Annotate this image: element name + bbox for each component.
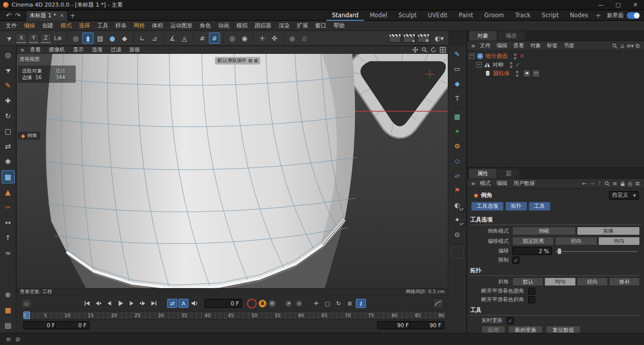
sound-icon[interactable] bbox=[190, 299, 200, 308]
om-search-icon[interactable] bbox=[611, 42, 619, 50]
simulation-sphere-icon[interactable]: ● bbox=[287, 33, 298, 44]
character-tool-icon[interactable]: ∡ bbox=[167, 33, 178, 44]
layout-tab-model[interactable]: Model bbox=[364, 10, 393, 21]
range-start-field-2[interactable]: 0 F bbox=[55, 321, 89, 329]
am-search-icon[interactable] bbox=[603, 180, 611, 187]
tracker-flag-icon[interactable]: ⚑ bbox=[451, 184, 464, 197]
visibility-dots[interactable] bbox=[516, 70, 518, 77]
record-target-icon[interactable]: ◎ bbox=[295, 299, 303, 308]
close-button[interactable]: ✕ bbox=[627, 0, 644, 10]
om-popout-icon[interactable]: ⧉ bbox=[634, 42, 641, 50]
viewport-menu-filter[interactable]: 过滤 bbox=[107, 46, 126, 53]
menu-edit[interactable]: 编辑 bbox=[20, 22, 39, 29]
viewport-menu-cameras[interactable]: 摄像机 bbox=[45, 46, 69, 53]
offset-slider[interactable] bbox=[555, 248, 638, 255]
menu-mograph[interactable]: 运动图形 bbox=[167, 22, 196, 29]
scene-nodes-st-icon[interactable]: ✦ST bbox=[451, 213, 464, 226]
tab-attributes[interactable]: 属性 bbox=[469, 169, 497, 178]
tab-topology[interactable]: 拓扑 bbox=[505, 202, 527, 211]
move-tool-icon[interactable]: ✚ bbox=[2, 94, 15, 107]
workplane-icon[interactable]: ∟ bbox=[137, 33, 148, 44]
am-panel-menu-icon[interactable]: ≡ bbox=[470, 179, 477, 188]
am-up-icon[interactable]: ↑ bbox=[596, 180, 603, 187]
z-axis-lock-button[interactable]: Z bbox=[40, 33, 51, 43]
menu-simulate[interactable]: 模拟 bbox=[233, 22, 251, 29]
viewport-menu-options[interactable]: 选项 bbox=[88, 46, 107, 53]
zoom-view-icon[interactable] bbox=[421, 47, 427, 53]
status-menu-icon[interactable]: ≡ bbox=[4, 335, 13, 344]
tab-tool-options[interactable]: 工具选项 bbox=[471, 202, 504, 211]
guide-settings-icon[interactable]: ✜ bbox=[269, 33, 280, 44]
menu-mesh[interactable]: 网格 bbox=[130, 22, 148, 29]
menu-spline[interactable]: 样条 bbox=[112, 22, 130, 29]
om-panel-menu-icon[interactable]: ≡ bbox=[470, 41, 477, 50]
break-round-checkbox[interactable] bbox=[528, 288, 535, 295]
keyframe-settings-button[interactable]: ⚙ bbox=[268, 300, 276, 307]
selection-tag-icon[interactable]: ⚑ bbox=[523, 70, 531, 77]
am-popout-icon[interactable]: ⧉ bbox=[634, 180, 641, 187]
tree-row-symmetry[interactable]: − 对称 ✓ bbox=[469, 60, 644, 69]
goto-start-icon[interactable] bbox=[82, 299, 92, 308]
section-tool[interactable]: 工具 bbox=[469, 305, 641, 316]
tab-layers[interactable]: 层 bbox=[498, 169, 519, 178]
fcurve-icon[interactable] bbox=[433, 298, 444, 308]
highlight-tool-icon[interactable]: ◎ bbox=[2, 48, 15, 61]
record-position-icon[interactable]: ✛ bbox=[311, 299, 321, 308]
live-selection-icon[interactable]: ➤ bbox=[2, 30, 17, 46]
field-icon[interactable]: ◇ bbox=[451, 154, 464, 167]
am-target-icon[interactable]: ◎ bbox=[626, 180, 634, 187]
menu-render[interactable]: 渲染 bbox=[275, 22, 293, 29]
rotate-view-icon[interactable] bbox=[431, 47, 437, 53]
record-clock-icon[interactable]: ◔ bbox=[284, 299, 293, 308]
layout-tab-sculpt[interactable]: Sculpt bbox=[393, 10, 422, 21]
layout-tab-standard[interactable]: Standard bbox=[326, 10, 364, 21]
menu-file[interactable]: 文件 bbox=[2, 22, 20, 29]
object-name[interactable]: 圆柱体 bbox=[493, 70, 510, 77]
miter-patch-button[interactable]: 修补 bbox=[609, 277, 640, 286]
slide-tool-icon[interactable]: ↔ bbox=[2, 216, 15, 229]
layout-tab-script[interactable]: Script bbox=[536, 10, 564, 21]
menu-tools[interactable]: 工具 bbox=[94, 22, 112, 29]
om-menu-object[interactable]: 对象 bbox=[527, 42, 544, 49]
am-forward-icon[interactable]: → bbox=[588, 180, 596, 187]
quantize-icon[interactable]: # bbox=[197, 33, 208, 44]
cube-primitive-icon[interactable]: ▧ bbox=[95, 33, 106, 44]
autokey-button[interactable]: A bbox=[259, 300, 266, 307]
menu-tracker[interactable]: 跟踪器 bbox=[251, 22, 275, 29]
coordinate-system-icon[interactable]: L⊕ bbox=[52, 33, 64, 44]
tablet-pen-icon[interactable]: ▱ bbox=[451, 169, 464, 182]
layer-manager-icon[interactable]: ▤ bbox=[2, 319, 15, 332]
brush-tool-icon[interactable]: ✱ bbox=[2, 155, 15, 168]
polygon-mode-icon[interactable]: ▲ bbox=[2, 185, 15, 199]
render-picture-viewer-button[interactable]: ▸ bbox=[403, 34, 415, 43]
expander-icon[interactable]: − bbox=[476, 62, 482, 68]
smooth-tool-icon[interactable]: ≈ bbox=[2, 246, 15, 260]
edit-render-settings-button[interactable]: ⚙ bbox=[417, 34, 430, 43]
viewport-menu-display[interactable]: 显示 bbox=[69, 46, 88, 53]
add-layout-button[interactable]: + bbox=[594, 11, 603, 20]
om-menu-tags[interactable]: 标签 bbox=[544, 42, 561, 49]
empty-palette-slot[interactable] bbox=[451, 246, 464, 259]
realtime-checkbox[interactable]: ✓ bbox=[507, 317, 514, 324]
tree-row-subdivision-surface[interactable]: − 细分曲面 ✕ bbox=[469, 52, 644, 60]
scale-tool-icon[interactable]: ▢ bbox=[2, 124, 15, 138]
offset-mode-radial-button[interactable]: 径向 bbox=[555, 237, 597, 245]
phong-tag-icon[interactable]: ◠ bbox=[532, 70, 540, 77]
selection-tool-icon[interactable]: ➤ bbox=[0, 61, 17, 79]
render-view-button[interactable] bbox=[389, 34, 401, 43]
active-tool-cylinder-icon[interactable]: ▮ bbox=[82, 33, 94, 44]
record-rotation-icon[interactable]: ↻ bbox=[333, 299, 344, 308]
menu-extensions[interactable]: 扩展 bbox=[293, 22, 312, 29]
om-menu-edit[interactable]: 编辑 bbox=[494, 42, 510, 49]
tab-takes[interactable]: 场次 bbox=[498, 31, 525, 41]
record-scale-icon[interactable]: ▢ bbox=[322, 299, 332, 308]
record-button[interactable] bbox=[247, 299, 257, 308]
range-end-field[interactable]: 90 F bbox=[377, 321, 412, 329]
offset-mode-uniform-button[interactable]: 均匀 bbox=[598, 237, 640, 245]
toggle-view-icon[interactable] bbox=[440, 47, 446, 53]
loop-playback-icon[interactable]: ⇄ bbox=[167, 299, 177, 308]
sphere-primitive-icon[interactable]: ● bbox=[107, 33, 118, 44]
bevel-mode-chamfer-button[interactable]: 倒棱 bbox=[512, 227, 576, 235]
layout-tab-track[interactable]: Track bbox=[510, 10, 536, 21]
prev-key-icon[interactable] bbox=[93, 299, 103, 308]
